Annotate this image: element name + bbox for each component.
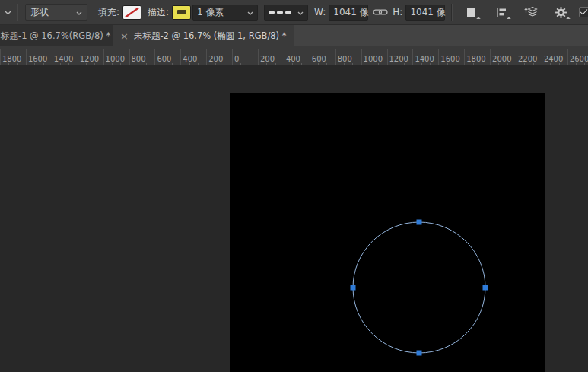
tab-label: 未标题-2 @ 16.7% (椭圆 1, RGB/8) * [134,30,287,42]
ruler-label: 2000 [492,55,511,63]
ruler-major-tick [490,49,491,65]
stroke-swatch[interactable] [172,5,191,20]
document-canvas[interactable] [230,93,545,372]
path-alignment-button[interactable] [492,3,510,21]
ruler-label: 1200 [389,55,408,63]
path-operations-button[interactable] [462,3,480,21]
height-label: H: [393,7,402,17]
ruler-major-tick [438,49,439,65]
stroke-width-value: 1 像素 [197,6,224,19]
width-input[interactable]: 1041 像 [329,5,368,21]
ruler-major-tick [361,49,362,65]
tab-untitled-1[interactable]: 标题-1 @ 16.7%(RGB/8) * [0,25,113,46]
ruler-label: 600 [157,55,171,63]
ruler-label: 1800 [466,55,485,63]
chevron-down-icon [76,7,82,17]
path-arrangement-button[interactable] [523,3,541,21]
height-input[interactable]: 1041 像 [405,5,445,21]
anchor-point[interactable] [417,351,422,356]
fill-swatch[interactable] [122,5,141,20]
separator [17,4,18,21]
ruler-label: 1000 [106,55,125,63]
tab-untitled-2[interactable]: × 未标题-2 @ 16.7% (椭圆 1, RGB/8) * [113,25,294,46]
tool-preset-chevron-icon[interactable] [5,7,11,17]
ruler-major-tick [103,49,104,65]
stroke-type-dropdown[interactable] [264,5,308,21]
ruler-major-tick [78,49,78,65]
ruler-major-tick [180,49,181,65]
tab-label: 标题-1 @ 16.7%(RGB/8) * [0,30,110,42]
arrange-layers-icon [524,6,539,18]
anchor-point[interactable] [483,285,488,291]
ruler-major-tick [52,49,52,65]
ruler-major-tick [0,49,1,65]
ellipse-shape-overlay[interactable] [230,93,545,372]
tool-mode-dropdown[interactable]: 形状 [25,4,87,21]
options-bar: 形状 填充: 描边: 1 像素 [0,0,588,25]
ruler-major-tick [542,49,542,65]
ruler-major-tick [387,49,388,65]
horizontal-ruler[interactable]: 1800160014001200100080060040020002004006… [0,46,588,65]
width-label: W: [314,7,326,17]
link-dimensions-button[interactable] [371,3,389,21]
ruler-major-tick [26,49,27,65]
dropdown-corner-icon [477,17,482,21]
ruler-major-tick [258,49,259,65]
anchor-point[interactable] [351,285,356,291]
ruler-label: 2200 [518,55,537,63]
ruler-label: 200 [260,55,275,63]
photoshop-window: 形状 填充: 描边: 1 像素 [0,0,588,372]
ruler-label: 2400 [544,55,563,63]
no-color-icon [123,6,141,19]
ruler-major-tick [412,49,413,65]
ruler-major-tick [464,49,465,65]
ruler-major-tick [206,49,207,65]
ruler-label: 800 [338,55,352,63]
dropdown-corner-icon [567,17,571,21]
ruler-major-tick [310,49,310,65]
link-icon [373,8,388,17]
stroke-label: 描边: [148,6,169,19]
ruler-label: 1600 [440,55,459,63]
anchor-point[interactable] [417,220,422,225]
fill-label: 填充: [98,6,119,19]
ruler-major-tick [284,49,284,65]
height-value: 1041 像 [410,6,445,19]
ruler-label: 2600 [570,55,588,63]
ruler-major-tick [335,49,336,65]
ruler-label: 1000 [364,55,383,63]
gear-icon [555,6,567,19]
ruler-major-tick [516,49,516,65]
ruler-major-tick [567,49,568,65]
document-tab-bar: 标题-1 @ 16.7%(RGB/8) * × 未标题-2 @ 16.7% (椭… [0,25,588,46]
shape-settings-button[interactable] [551,3,570,21]
ruler-major-tick [154,49,155,65]
stroke-width-dropdown[interactable]: 1 像素 [192,5,258,21]
ruler-label: 800 [132,55,146,63]
ruler-label: 1200 [80,55,99,63]
chevron-down-icon [247,7,253,17]
separator [451,4,453,21]
tool-mode-value: 形状 [30,6,49,19]
close-icon[interactable]: × [113,31,134,41]
ellipse-path[interactable] [353,222,485,353]
ruler-label: 0 [234,55,239,63]
ruler-label: 400 [183,55,197,63]
stroke-swatch-hole [177,10,186,14]
checkmark-icon [580,7,588,14]
pasteboard[interactable] [0,65,588,372]
ruler-label: 1800 [2,55,21,63]
ruler-label: 400 [286,55,300,63]
ruler-label: 600 [312,55,326,63]
chevron-down-icon [297,7,304,17]
ruler-label: 1600 [28,55,47,63]
dropdown-corner-icon [507,17,512,21]
ruler-label: 1400 [415,55,434,63]
width-value: 1041 像 [333,6,368,19]
ruler-label: 200 [208,55,223,63]
dashed-line-icon [269,11,291,14]
align-left-icon [495,6,507,18]
ruler-major-tick [129,49,130,65]
align-edges-checkbox[interactable] [579,7,588,17]
path-operations-icon [467,8,475,17]
